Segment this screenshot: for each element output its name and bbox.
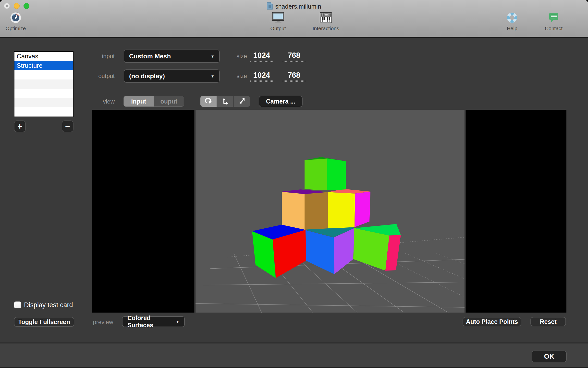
toggle-fullscreen-button[interactable]: Toggle Fullscreen — [14, 317, 74, 327]
view-segment-input[interactable]: input — [124, 96, 154, 106]
display-test-card-checkbox[interactable] — [14, 302, 21, 308]
top-cube-face[interactable] — [305, 158, 327, 190]
floor-grid-line — [203, 282, 465, 285]
sidebar-item-structure[interactable]: Structure — [14, 61, 73, 70]
middle-right-cube-face[interactable] — [355, 192, 370, 227]
view-segmented-control: input ouput — [123, 96, 184, 107]
viewport-left-bar — [92, 110, 194, 313]
middle-right-cube-face[interactable] — [328, 192, 355, 228]
app-window: shaders.millumin Optimize — [0, 0, 588, 368]
input-height-field[interactable]: 768 — [283, 51, 305, 62]
reset-button[interactable]: Reset — [530, 317, 566, 326]
ok-button[interactable]: OK — [532, 351, 567, 362]
chevron-down-icon: ▼ — [176, 320, 179, 324]
footer-bar: OK — [0, 342, 588, 368]
input-width-field[interactable]: 1024 — [250, 51, 273, 62]
auto-place-points-button[interactable]: Auto Place Points — [463, 317, 521, 326]
floor-grid-line — [196, 303, 465, 307]
sidebar-empty-row[interactable] — [14, 79, 73, 89]
toolbar-interactions[interactable]: Interactions — [307, 12, 344, 31]
display-test-card-label: Display test card — [24, 301, 73, 309]
window-header: shaders.millumin Optimize — [0, 0, 588, 37]
input-dropdown[interactable]: Custom Mesh ▼ — [124, 50, 220, 63]
monitor-icon — [271, 12, 285, 25]
input-dropdown-value: Custom Mesh — [129, 53, 171, 60]
top-cube-face[interactable] — [327, 158, 346, 190]
toolbar-output-label: Output — [270, 26, 286, 31]
bottom-right-cube-face[interactable] — [353, 228, 389, 271]
output-height-field[interactable]: 768 — [283, 71, 305, 82]
viewport-render-area[interactable] — [196, 110, 465, 313]
document-icon — [267, 2, 273, 11]
sidebar-empty-row[interactable] — [14, 70, 73, 79]
gauge-icon — [10, 12, 22, 25]
toolbar-divider — [0, 37, 588, 38]
midi-keyboard-icon — [319, 12, 332, 25]
toolbar-optimize-label: Optimize — [6, 26, 26, 31]
rotate-icon — [205, 97, 212, 106]
add-button[interactable]: + — [14, 120, 26, 132]
sidebar-empty-row[interactable] — [14, 89, 73, 98]
toolbar-optimize[interactable]: Optimize — [4, 12, 27, 31]
output-dropdown[interactable]: (no display) ▼ — [124, 69, 220, 83]
toolbar-interactions-label: Interactions — [313, 26, 339, 31]
speech-bubble-icon — [548, 12, 559, 25]
toolbar-contact-label: Contact — [545, 26, 563, 31]
titlebar: shaders.millumin — [0, 2, 588, 11]
transform-tool-group — [200, 96, 250, 107]
rotate-tool-button[interactable] — [200, 96, 217, 107]
preview-label: preview — [91, 319, 113, 326]
bottom-middle-cube-face[interactable] — [306, 230, 334, 274]
scale-tool-button[interactable] — [234, 96, 250, 107]
sidebar-empty-row[interactable] — [14, 98, 73, 107]
camera-button[interactable]: Camera ... — [259, 96, 303, 107]
canvas-list[interactable]: CanvasStructure — [14, 51, 74, 117]
sidebar-empty-row[interactable] — [14, 107, 73, 117]
scene-svg — [196, 110, 465, 313]
lifering-icon — [506, 12, 518, 25]
input-label: input — [88, 53, 115, 60]
view-label: view — [88, 98, 115, 105]
scale-arrow-icon — [238, 97, 246, 106]
move-arrows-icon — [221, 97, 229, 106]
chevron-down-icon: ▼ — [211, 74, 214, 78]
viewport-right-bar — [466, 110, 566, 313]
output-width-field[interactable]: 1024 — [250, 71, 273, 82]
floor-grid-line — [436, 253, 465, 264]
preview-mode-dropdown[interactable]: Colored Surfaces ▼ — [122, 316, 185, 327]
middle-left-cube-face[interactable] — [305, 192, 328, 230]
remove-button[interactable]: − — [62, 120, 74, 132]
preview-mode-value: Colored Surfaces — [127, 315, 176, 329]
translate-tool-button[interactable] — [217, 96, 233, 107]
view-segment-output[interactable]: ouput — [154, 96, 184, 106]
output-label: output — [88, 73, 115, 79]
input-size-label: size — [220, 53, 247, 60]
middle-left-cube-face[interactable] — [282, 192, 305, 230]
toolbar-contact[interactable]: Contact — [541, 12, 566, 31]
floor-grid-line — [405, 253, 465, 279]
toolbar-help[interactable]: Help — [500, 12, 524, 31]
sidebar-item-canvas[interactable]: Canvas — [14, 52, 73, 61]
toolbar-help-label: Help — [507, 26, 517, 31]
toolbar-output[interactable]: Output — [266, 12, 290, 31]
chevron-down-icon: ▼ — [211, 54, 214, 58]
output-size-label: size — [220, 73, 247, 79]
window-title: shaders.millumin — [275, 3, 321, 10]
output-dropdown-value: (no display) — [129, 72, 165, 80]
preview-viewport[interactable] — [92, 110, 566, 313]
